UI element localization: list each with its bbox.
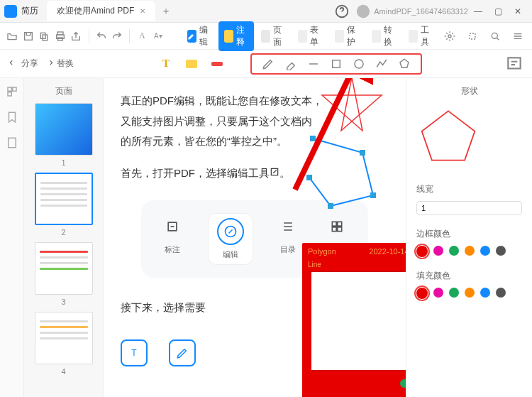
dialog-canvas[interactable] (311, 271, 406, 371)
share-button[interactable]: 分享 (9, 58, 38, 70)
ribbon-edit[interactable]: 编辑 (182, 21, 217, 51)
mini-edit-tool[interactable] (169, 339, 196, 366)
svg-rect-27 (370, 192, 376, 198)
circle-shape-icon[interactable] (353, 58, 365, 70)
svg-rect-15 (12, 87, 16, 91)
document-view[interactable]: 真正的PDF编辑，既能让您自在修改文本，又能支持图片调整，只要属于这个文档内的所… (104, 78, 406, 397)
comment-list-icon[interactable] (505, 55, 523, 73)
tab-close-icon[interactable]: ✕ (140, 7, 145, 15)
page-thumb-2[interactable] (35, 173, 93, 225)
user-avatar-icon[interactable] (355, 4, 371, 19)
ribbon-protect[interactable]: 保护 (329, 21, 365, 51)
line-shape-icon[interactable] (307, 58, 320, 70)
app-name: 简历 (21, 5, 38, 17)
copy-icon[interactable] (38, 28, 51, 45)
border-swatches (416, 246, 522, 257)
linewidth-input[interactable] (416, 201, 522, 215)
polygon-dialog[interactable]: Polygon 2022-10-14 11:32:11 ✕ Line (302, 243, 406, 397)
svg-rect-24 (338, 227, 342, 232)
bookmarks-rail-icon[interactable] (6, 111, 18, 124)
mini-text-tool[interactable]: T (121, 339, 148, 366)
svg-point-1 (357, 4, 370, 17)
pencil-shape-icon[interactable] (262, 58, 275, 70)
page-thumb-4[interactable] (35, 312, 93, 364)
svg-rect-16 (8, 92, 11, 96)
ribbon-form[interactable]: 表单 (292, 21, 328, 51)
main-toolbar: A A▾ 编辑 注释 页面 表单 保护 转换 工具 (0, 23, 532, 50)
svg-rect-17 (8, 138, 16, 148)
dialog-time: 2022-10-14 11:32:11 (369, 247, 406, 256)
print-icon[interactable] (54, 28, 67, 45)
dlg-swatch[interactable] (400, 379, 406, 388)
ribbon-tool[interactable]: 工具 (403, 21, 438, 51)
text-tool-icon[interactable]: A (135, 28, 149, 45)
window-maximize[interactable] (488, 6, 508, 16)
crop-icon[interactable] (464, 28, 481, 45)
window-minimize[interactable] (468, 6, 488, 16)
color-swatch[interactable] (480, 246, 490, 256)
polyline-shape-icon[interactable] (375, 58, 388, 70)
color-swatch[interactable] (465, 246, 475, 256)
thumb-num: 3 (30, 298, 97, 306)
color-swatch[interactable] (480, 288, 490, 298)
tool-outline[interactable]: 目录 (275, 213, 301, 265)
fill-color-label: 填充颜色 (416, 270, 522, 282)
ribbon-page[interactable]: 页面 (255, 21, 291, 51)
doc-text: 首先，打开PDF，选择编辑工具。 (121, 163, 389, 184)
color-swatch[interactable] (416, 246, 428, 257)
replace-button[interactable]: 替换 (44, 58, 74, 70)
rect-shape-icon[interactable] (330, 58, 343, 70)
ribbon-annotate[interactable]: 注释 (218, 21, 254, 51)
svg-point-12 (355, 60, 363, 68)
dialog-title: Polygon (308, 247, 336, 256)
document-tab[interactable]: 欢迎使用Amind PDF ✕ (47, 1, 155, 21)
svg-rect-22 (338, 222, 342, 226)
page-thumb-3[interactable] (35, 242, 93, 295)
page-thumb-1[interactable] (35, 103, 93, 156)
color-swatch[interactable] (449, 246, 459, 256)
polygon-shape-icon[interactable] (398, 58, 411, 70)
color-swatch[interactable] (416, 288, 428, 299)
undo-icon[interactable] (94, 28, 108, 45)
thumbnails-panel: 页面 1 2 3 4 (24, 78, 104, 397)
color-swatch[interactable] (433, 246, 443, 256)
redo-icon[interactable] (111, 28, 124, 45)
text-annotation-icon[interactable]: T (157, 55, 175, 73)
tab-title: 欢迎使用Amind PDF (57, 5, 134, 17)
color-swatch[interactable] (496, 246, 506, 256)
highlight-icon[interactable] (182, 55, 201, 73)
linewidth-label: 线宽 (416, 183, 522, 195)
color-swatch[interactable] (496, 288, 506, 298)
tool-select[interactable]: 标注 (159, 213, 186, 265)
menu-icon[interactable] (509, 28, 526, 45)
thumbnails-rail-icon[interactable] (6, 85, 18, 98)
fill-swatches (416, 288, 522, 299)
pen-icon[interactable] (208, 55, 226, 73)
open-icon[interactable] (6, 28, 19, 45)
ribbon-convert[interactable]: 转换 (366, 21, 401, 51)
annotation-toolbar: 分享 替换 T (0, 50, 532, 78)
settings-icon[interactable] (441, 28, 458, 45)
help-icon[interactable] (334, 4, 350, 19)
window-close[interactable] (508, 6, 528, 16)
share-icon[interactable] (70, 28, 83, 45)
color-swatch[interactable] (465, 288, 475, 298)
svg-rect-11 (333, 60, 340, 67)
save-icon[interactable] (22, 28, 35, 45)
svg-rect-21 (332, 222, 336, 226)
shape-section-label: 形状 (416, 85, 522, 97)
tool-edit[interactable]: 编辑 (208, 213, 253, 265)
shape-preview (416, 107, 480, 164)
search-icon[interactable] (487, 28, 504, 45)
edit-tool-link[interactable] (270, 167, 279, 177)
text-size-icon[interactable]: A▾ (152, 28, 165, 45)
left-rail (0, 78, 24, 397)
eraser-icon[interactable] (284, 58, 297, 70)
attachments-rail-icon[interactable] (6, 136, 18, 149)
new-tab-button[interactable]: ＋ (161, 5, 171, 18)
svg-point-8 (448, 35, 451, 38)
shape-tools-group (250, 53, 422, 75)
color-swatch[interactable] (449, 288, 459, 298)
app-logo (4, 5, 17, 18)
color-swatch[interactable] (433, 288, 443, 298)
